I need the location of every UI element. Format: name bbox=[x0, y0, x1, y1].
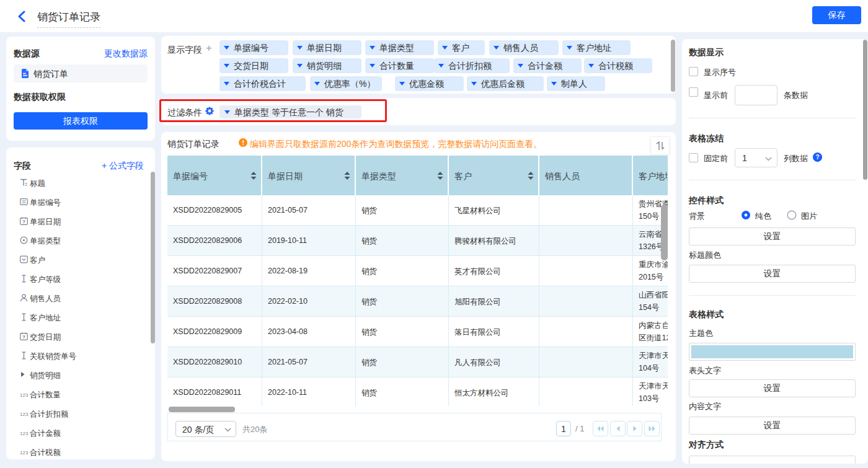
svg-text:?: ? bbox=[815, 154, 819, 161]
